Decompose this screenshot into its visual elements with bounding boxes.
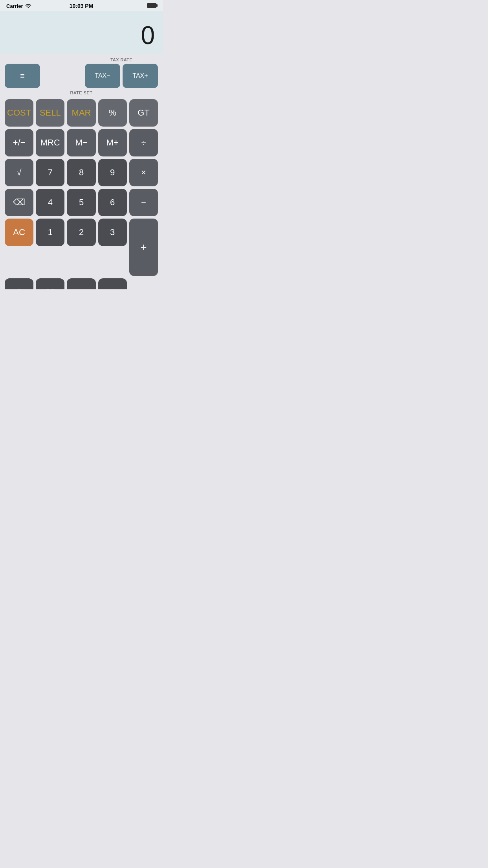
row-memory: +/− MRC M− M+ ÷ — [5, 129, 158, 156]
tax-rate-group: TAX RATE TAX− TAX+ — [85, 57, 158, 88]
three-button[interactable]: 3 — [98, 219, 127, 246]
seven-button[interactable]: 7 — [36, 159, 64, 186]
divide-button[interactable]: ÷ — [129, 129, 158, 156]
four-button[interactable]: 4 — [36, 189, 64, 216]
tax-buttons: TAX− TAX+ — [85, 64, 158, 88]
six-button[interactable]: 6 — [98, 189, 127, 216]
cost-button[interactable]: COST — [5, 99, 33, 127]
mminus-button[interactable]: M− — [67, 129, 95, 156]
rate-set-label: RATE SET — [5, 90, 158, 95]
mplus-button[interactable]: M+ — [98, 129, 127, 156]
two-button[interactable]: 2 — [67, 219, 95, 246]
tax-rate-label: TAX RATE — [110, 57, 132, 62]
row-456: ⌫ 4 5 6 − — [5, 189, 158, 216]
subtract-button[interactable]: − — [129, 189, 158, 216]
battery-indicator — [147, 2, 156, 9]
delete-button[interactable]: ⌫ — [5, 189, 33, 216]
status-bar: Carrier 10:03 PM — [0, 0, 163, 11]
tax-plus-button[interactable]: TAX+ — [123, 64, 158, 88]
tax-minus-button[interactable]: TAX− — [85, 64, 120, 88]
nine-button[interactable]: 9 — [98, 159, 127, 186]
carrier-label: Carrier — [6, 3, 23, 9]
five-button[interactable]: 5 — [67, 189, 95, 216]
gt-button[interactable]: GT — [129, 99, 158, 127]
dot-button[interactable]: . — [67, 278, 95, 289]
top-buttons-row: ≡ TAX RATE TAX− TAX+ — [5, 57, 158, 88]
mrc-button[interactable]: MRC — [36, 129, 64, 156]
display-value: 0 — [141, 23, 155, 48]
keypad: COST SELL MAR % GT +/− MRC M− M+ ÷ √ 7 8… — [0, 97, 163, 289]
sign-button[interactable]: +/− — [5, 129, 33, 156]
calculator-display: 0 — [0, 11, 163, 54]
sqrt-button[interactable]: √ — [5, 159, 33, 186]
one-button[interactable]: 1 — [36, 219, 64, 246]
ac-button[interactable]: AC — [5, 219, 33, 246]
controls-area: ≡ TAX RATE TAX− TAX+ RATE SET — [0, 54, 163, 97]
plus-button[interactable]: + — [129, 219, 158, 276]
multiply-button[interactable]: × — [129, 159, 158, 186]
eight-button[interactable]: 8 — [67, 159, 95, 186]
menu-button[interactable]: ≡ — [5, 64, 40, 88]
row-789: √ 7 8 9 × — [5, 159, 158, 186]
mar-button[interactable]: MAR — [67, 99, 95, 127]
carrier-wifi: Carrier — [6, 3, 31, 9]
sell-button[interactable]: SELL — [36, 99, 64, 127]
equals-button[interactable]: = — [98, 278, 127, 289]
row-0: 0 00 . = — [5, 278, 158, 289]
row-123-plus: AC 1 2 3 + — [5, 219, 158, 276]
plus-placeholder — [129, 278, 158, 289]
percent-button[interactable]: % — [98, 99, 127, 127]
wifi-icon — [25, 3, 31, 9]
zero-button[interactable]: 0 — [5, 278, 33, 289]
doublezero-button[interactable]: 00 — [36, 278, 64, 289]
status-time: 10:03 PM — [70, 3, 94, 9]
row-csmg: COST SELL MAR % GT — [5, 99, 158, 127]
